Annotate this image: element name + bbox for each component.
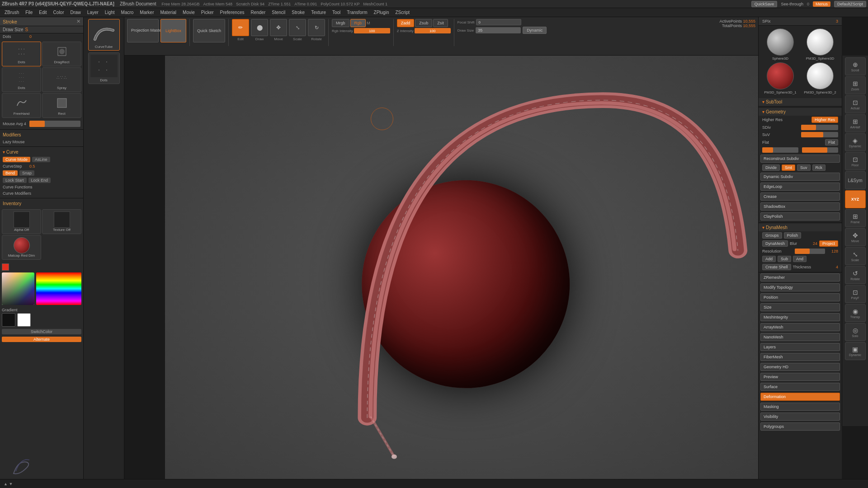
add-btn[interactable]: Add xyxy=(762,256,776,262)
pm3d-sphere3d-thumb[interactable]: PM3D_Sphere3D xyxy=(801,28,839,61)
pm3d-sphere3d2-thumb[interactable]: PM3D_Sphere3D_2 xyxy=(801,62,839,94)
preview-btn[interactable]: Preview xyxy=(760,373,840,381)
and-btn[interactable]: And xyxy=(793,256,807,262)
masking-btn[interactable]: Masking xyxy=(760,403,840,411)
brush-freehand[interactable]: FreeHand xyxy=(2,93,41,118)
floor-icon-btn[interactable]: ⊡ Floor xyxy=(845,152,866,170)
menu-preferences[interactable]: Preferences xyxy=(217,9,247,16)
dynamic-subdiv-btn[interactable]: Dynamic Subdiv xyxy=(760,173,840,181)
menu-render[interactable]: Render xyxy=(248,9,268,16)
zremesher-btn[interactable]: ZRemesher xyxy=(760,273,840,282)
switchcolor-btn[interactable]: SwitchColor xyxy=(2,329,81,334)
scale-view-btn[interactable]: ⤡ Scale xyxy=(845,247,866,265)
higher-slider[interactable] xyxy=(802,147,838,153)
nano-mesh-btn[interactable]: NanoMesh xyxy=(760,333,840,341)
texture-off-item[interactable]: Texture Off xyxy=(42,209,81,234)
menu-zplugin[interactable]: ZPlugin xyxy=(371,9,392,16)
dynamesh-header[interactable]: DynaMesh xyxy=(759,224,842,231)
modifiers-section[interactable]: Modifiers xyxy=(0,131,83,139)
crease-btn[interactable]: Crease xyxy=(760,192,840,201)
move-btn[interactable]: ✥ xyxy=(270,19,287,36)
aahalf-icon-btn[interactable]: ⊞ AAHalf xyxy=(845,114,866,132)
menus-button[interactable]: Menus xyxy=(813,1,830,7)
draw-size-slider-top[interactable]: 35 xyxy=(476,27,521,33)
draw-btn[interactable]: ⬤ xyxy=(251,19,268,36)
geometry-hd-btn[interactable]: Geometry HD xyxy=(760,363,840,371)
sphere3d-thumb[interactable]: Sphere3D xyxy=(761,28,799,61)
rgb-intensity-slider[interactable]: 100 xyxy=(354,28,390,33)
mesh-integrity-btn[interactable]: MeshIntegrity xyxy=(760,313,840,321)
zsit-btn[interactable]: Zsit xyxy=(433,19,448,27)
polygroups-btn[interactable]: Polygroups xyxy=(760,422,840,431)
curve-mode-btn[interactable]: Curve Mode xyxy=(3,157,30,162)
transp-icon-btn[interactable]: ◉ Transp xyxy=(845,304,866,322)
menu-movie[interactable]: Movie xyxy=(180,9,198,16)
reconstruct-subdiv-btn[interactable]: Reconstruct Subdiv xyxy=(760,155,840,163)
edgeloop-btn[interactable]: EdgeLoop xyxy=(760,183,840,191)
lock-start-btn[interactable]: Lock Start xyxy=(3,178,27,183)
rck-btn[interactable]: Rck xyxy=(812,164,826,171)
3d-viewport[interactable] xyxy=(165,56,758,479)
menu-stroke[interactable]: Stroke xyxy=(289,9,307,16)
asline-btn[interactable]: AsLine xyxy=(32,157,50,162)
menu-picker[interactable]: Picker xyxy=(198,9,217,16)
edit-btn[interactable]: ✏ xyxy=(232,19,249,36)
material-item[interactable]: Matcap Red Dim xyxy=(2,235,41,260)
alternate-btn[interactable]: Alternate xyxy=(2,337,81,342)
quick-sketch-btn[interactable]: Quick Sketch xyxy=(193,19,225,42)
snap-btn[interactable]: Snap xyxy=(19,170,34,176)
dynamic-view-btn[interactable]: ◈ Dynamic xyxy=(845,133,866,151)
hue-slider[interactable] xyxy=(36,272,81,305)
zsub-btn[interactable]: Zsub xyxy=(415,19,432,27)
menu-file[interactable]: File xyxy=(23,9,35,16)
menu-marker[interactable]: Marker xyxy=(137,9,156,16)
rgb-btn[interactable]: Rgb xyxy=(350,19,366,27)
shadowbox-btn[interactable]: ShadowBox xyxy=(760,202,840,211)
bend-btn[interactable]: Bend xyxy=(3,170,18,176)
canvas-area[interactable] xyxy=(165,56,758,479)
menu-edit[interactable]: Edit xyxy=(36,9,49,16)
polyf-icon-btn[interactable]: ⊡ PolyF xyxy=(845,285,866,303)
resolution-slider[interactable] xyxy=(795,249,826,254)
project-btn[interactable]: Project xyxy=(819,240,838,247)
menu-texture[interactable]: Texture xyxy=(308,9,329,16)
layers-btn[interactable]: Layers xyxy=(760,343,840,351)
scroll-icon-btn[interactable]: ⊕ Scroll xyxy=(845,57,866,75)
solo-icon-btn[interactable]: ◎ Solo xyxy=(845,323,866,341)
focal-shift-slider[interactable]: 0 xyxy=(476,19,521,25)
curvetube-brush[interactable]: CurveTube xyxy=(88,19,120,51)
lightbox-btn[interactable]: LightBox xyxy=(160,19,186,42)
smt-btn[interactable]: Smt xyxy=(782,164,795,171)
menu-tool[interactable]: Tool xyxy=(330,9,343,16)
menu-color[interactable]: Color xyxy=(51,9,67,16)
dots2-brush[interactable]: · ·· · Dots xyxy=(88,52,120,84)
mrgb-btn[interactable]: Mrgb xyxy=(332,19,349,27)
dynamic-btn[interactable]: Dynamic xyxy=(523,27,547,34)
default-script-button[interactable]: DefaultZScript xyxy=(834,1,866,7)
sub-btn[interactable]: Sub xyxy=(778,256,791,262)
divide-btn[interactable]: Divide xyxy=(762,164,780,171)
actual-icon-btn[interactable]: ⊡ Actual xyxy=(845,95,866,113)
lower-slider[interactable] xyxy=(762,147,798,153)
pm3d-sphere3d1-thumb[interactable]: PM3D_Sphere3D_1 xyxy=(761,62,799,94)
modify-topology-btn[interactable]: Modify Topology xyxy=(760,283,840,291)
menu-transform[interactable]: Transform xyxy=(344,9,370,16)
claypolish-btn[interactable]: ClayPolish xyxy=(760,212,840,221)
size-btn[interactable]: Size xyxy=(760,303,840,311)
curve-section[interactable]: Curve xyxy=(0,148,83,156)
mouse-avg-slider[interactable] xyxy=(29,121,80,127)
z-intensity-slider[interactable]: 100 xyxy=(415,28,451,33)
lock-end-btn[interactable]: Lock End xyxy=(28,178,51,183)
suv-btn[interactable]: Suv xyxy=(797,164,811,171)
menu-draw[interactable]: Draw xyxy=(68,9,84,16)
dynamic2-icon-btn[interactable]: ▣ Dynamic xyxy=(845,342,866,360)
zoom-icon-btn[interactable]: ⊞ Zoom xyxy=(845,76,866,94)
rotate-btn[interactable]: ↻ xyxy=(308,19,325,36)
array-mesh-btn[interactable]: ArrayMesh xyxy=(760,323,840,331)
sdiv-slider[interactable] xyxy=(801,125,838,130)
brush-rect[interactable]: Rect xyxy=(42,93,81,118)
brush-dots2[interactable]: · · ·· · ·· · · Dots xyxy=(2,67,41,92)
move-view-btn[interactable]: ✥ Move xyxy=(845,228,866,246)
brush-spray[interactable]: ∴∵∴ Spray xyxy=(42,67,81,92)
brush-dragrect[interactable]: DragRect xyxy=(42,42,81,66)
